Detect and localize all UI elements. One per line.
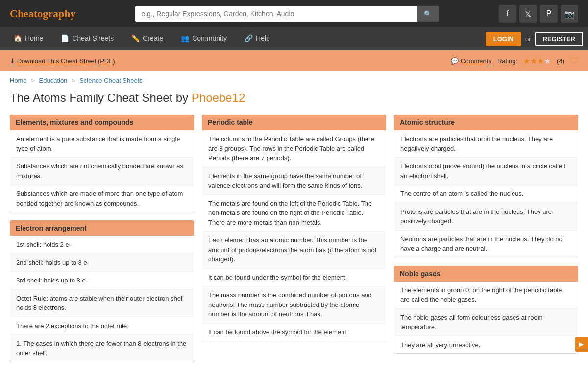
list-item: The mass number is the combined number o… <box>202 286 386 324</box>
page-title: The Atoms Family Cheat Sheet <box>10 91 172 104</box>
list-item: They are all very unreactive. <box>394 336 578 354</box>
section-header-1-0: Periodic table <box>202 115 386 130</box>
search-input[interactable] <box>135 6 417 22</box>
download-text: Download This Cheat Sheet (PDF) <box>17 57 115 65</box>
section-body-2-1: The elements in group 0, on the right of… <box>394 282 578 354</box>
banner-right: 💬 Comments Rating: ★★★★ (4) ♡ <box>451 55 578 66</box>
create-icon: ✏️ <box>131 34 140 42</box>
section-body-2-0: Electrons are particles that orbit the n… <box>394 130 578 258</box>
pinterest-icon[interactable]: P <box>540 5 558 23</box>
list-item: Electrons orbit (move around) the nucleu… <box>394 158 578 185</box>
list-item: 1. The cases in which there are fewer th… <box>10 335 194 362</box>
community-icon: 👥 <box>181 34 189 42</box>
list-item: Electrons are particles that orbit the n… <box>394 130 578 158</box>
breadcrumb-sep2: > <box>72 77 77 84</box>
favorite-icon[interactable]: ♡ <box>570 55 578 66</box>
twitter-icon[interactable]: 𝕏 <box>519 5 537 23</box>
nav-cheatsheets[interactable]: 📄 Cheat Sheets <box>52 27 122 50</box>
nav-help[interactable]: 🔗 Help <box>236 27 279 50</box>
list-item: Each element has an atomic number. This … <box>202 232 386 269</box>
section-body-0-0: An element is a pure substance that is m… <box>10 130 194 212</box>
page-title-area: The Atoms Family Cheat Sheet by Phoebe12 <box>0 87 588 115</box>
nav-community[interactable]: 👥 Community <box>172 27 236 50</box>
comments-link[interactable]: 💬 Comments <box>451 57 491 65</box>
nav-or-text: or <box>525 35 531 43</box>
scroll-indicator[interactable]: ▶ <box>575 337 588 352</box>
list-item: Protons are particles that are in the nu… <box>394 203 578 231</box>
social-icons: f 𝕏 P 📷 <box>499 5 578 23</box>
list-item: Substances which are made of more than o… <box>10 185 194 212</box>
main-content: Elements, mixtures and compoundsAn eleme… <box>0 115 588 376</box>
rating-label: Rating: <box>497 57 517 65</box>
section-2-1: Noble gasesThe elements in group 0, on t… <box>394 266 578 354</box>
section-1-0: Periodic tableThe columns in the Periodi… <box>202 115 386 341</box>
list-item: 3rd shell: holds up to 8 e- <box>10 272 194 290</box>
section-header-0-0: Elements, mixtures and compounds <box>10 115 194 130</box>
logo-text: Cheatography <box>10 7 75 20</box>
help-icon: 🔗 <box>245 34 253 42</box>
column-1: Periodic tableThe columns in the Periodi… <box>202 115 386 370</box>
column-2: Atomic structureElectrons are particles … <box>394 115 578 370</box>
breadcrumb: Home > Education > Science Cheat Sheets <box>0 71 588 87</box>
cheatsheets-icon: 📄 <box>61 34 69 42</box>
nav-home[interactable]: 🏠 Home <box>5 27 52 50</box>
section-header-2-1: Noble gases <box>394 266 578 282</box>
home-icon: 🏠 <box>14 34 22 42</box>
list-item: Substances which are not chemically bond… <box>10 158 194 185</box>
breadcrumb-sep1: > <box>31 77 36 84</box>
section-0-0: Elements, mixtures and compoundsAn eleme… <box>10 115 194 212</box>
column-0: Elements, mixtures and compoundsAn eleme… <box>10 115 194 370</box>
list-item: Neutrons are particles that are in the n… <box>394 231 578 258</box>
breadcrumb-home[interactable]: Home <box>10 77 27 84</box>
list-item: It can be found above the symbol for the… <box>202 324 386 341</box>
download-icon: ⬇ <box>10 57 15 65</box>
instagram-icon[interactable]: 📷 <box>561 5 578 23</box>
nav-create[interactable]: ✏️ Create <box>122 27 172 50</box>
section-0-1: Electron arrangement1st shell: holds 2 e… <box>10 220 194 362</box>
search-container: 🔍 <box>135 6 439 22</box>
section-2-0: Atomic structureElectrons are particles … <box>394 115 578 258</box>
header: Cheatography 🔍 f 𝕏 P 📷 <box>0 0 588 27</box>
section-body-1-0: The columns in the Periodic Table are ca… <box>202 130 386 341</box>
section-body-0-1: 1st shell: holds 2 e-2nd shell: holds up… <box>10 236 194 362</box>
list-item: There are 2 exceptions to the octet rule… <box>10 317 194 335</box>
list-item: The metals are found on the left of the … <box>202 195 386 232</box>
register-button[interactable]: REGISTER <box>535 32 583 46</box>
list-item: Elements in the same group have the same… <box>202 167 386 195</box>
logo[interactable]: Cheatography <box>10 7 75 20</box>
download-link[interactable]: ⬇ Download This Cheat Sheet (PDF) <box>10 57 115 65</box>
nav-help-label: Help <box>256 34 270 42</box>
download-banner: ⬇ Download This Cheat Sheet (PDF) 💬 Comm… <box>0 50 588 71</box>
list-item: The columns in the Periodic Table are ca… <box>202 130 386 167</box>
login-button[interactable]: LOGIN <box>486 32 521 46</box>
list-item: 1st shell: holds 2 e- <box>10 236 194 254</box>
list-item: 2nd shell: holds up to 8 e- <box>10 254 194 272</box>
stars: ★★★★ <box>523 56 551 66</box>
breadcrumb-education[interactable]: Education <box>39 77 68 84</box>
section-header-0-1: Electron arrangement <box>10 220 194 236</box>
list-item: It can be found under the symbol for the… <box>202 269 386 287</box>
list-item: Octet Rule: atoms are stable when their … <box>10 290 194 317</box>
author-link[interactable]: Phoebe12 <box>192 91 245 104</box>
comments-icon: 💬 <box>451 57 459 65</box>
nav-cheatsheets-label: Cheat Sheets <box>72 34 114 42</box>
search-icon: 🔍 <box>424 10 432 18</box>
navigation: 🏠 Home 📄 Cheat Sheets ✏️ Create 👥 Commun… <box>0 27 588 50</box>
list-item: The elements in group 0, on the right of… <box>394 282 578 309</box>
comments-text: Comments <box>461 57 491 65</box>
nav-auth: LOGIN or REGISTER <box>486 32 583 46</box>
search-button[interactable]: 🔍 <box>417 6 439 22</box>
facebook-icon[interactable]: f <box>499 5 516 23</box>
nav-create-label: Create <box>143 34 163 42</box>
list-item: The noble gases all form colourless gase… <box>394 309 578 336</box>
list-item: The centre of an atom is called the nucl… <box>394 185 578 203</box>
nav-community-label: Community <box>192 34 227 42</box>
list-item: An element is a pure substance that is m… <box>10 130 194 158</box>
by-text: by <box>176 91 192 104</box>
section-header-2-0: Atomic structure <box>394 115 578 130</box>
breadcrumb-science[interactable]: Science Cheat Sheets <box>79 77 143 84</box>
nav-home-label: Home <box>25 34 43 42</box>
rating-count: (4) <box>557 57 564 65</box>
